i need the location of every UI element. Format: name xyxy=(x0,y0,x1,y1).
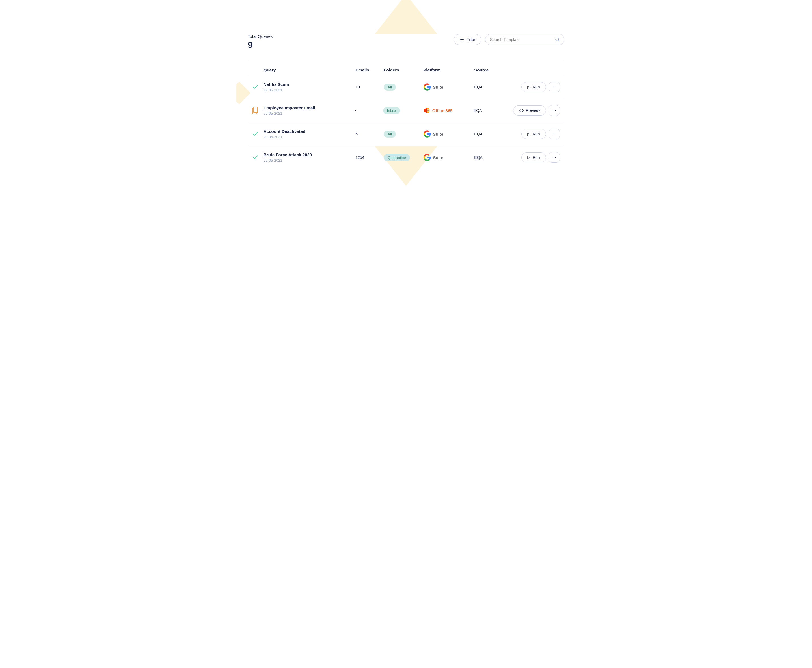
query-name: Netflix Scam xyxy=(263,82,355,87)
page-wrapper: Total Queries 9 Filter xyxy=(236,0,576,186)
folder-badge: Quarantine xyxy=(383,154,410,161)
emails-count: 19 xyxy=(355,85,383,89)
more-button[interactable]: ··· xyxy=(549,105,560,116)
more-icon: ··· xyxy=(552,85,556,90)
query-name: Brute Force Attack 2020 xyxy=(263,152,355,157)
col-header-query: Query xyxy=(263,68,355,72)
total-queries-label: Total Queries xyxy=(248,34,273,39)
copy-icon xyxy=(252,107,258,114)
emails-count: 5 xyxy=(355,132,383,136)
search-input[interactable] xyxy=(490,37,552,42)
run-button[interactable]: ▷ Run xyxy=(521,152,546,162)
table-row: Brute Force Attack 2020 22-05-2021 1254 … xyxy=(248,146,564,169)
check-icon xyxy=(252,154,258,160)
run-icon: ▷ xyxy=(527,85,531,89)
row-status-icon xyxy=(252,131,263,137)
emails-count: 1254 xyxy=(355,155,383,160)
run-label: Run xyxy=(532,132,540,136)
total-queries-value: 9 xyxy=(248,40,273,50)
gsuite-label: Suite xyxy=(433,132,443,137)
platform-cell: Suite xyxy=(423,83,474,91)
svg-text:365: 365 xyxy=(427,110,429,111)
col-header-platform: Platform xyxy=(423,68,474,72)
col-header-actions xyxy=(514,68,560,72)
svg-point-6 xyxy=(521,110,522,111)
table-header: Query Emails Folders Platform Source xyxy=(248,65,564,75)
gsuite-icon xyxy=(423,154,431,161)
col-header-status xyxy=(252,68,263,72)
folder-cell: Inbox xyxy=(383,107,423,114)
gsuite-label: Suite xyxy=(433,85,443,90)
folder-cell: Quarantine xyxy=(383,154,423,161)
search-icon xyxy=(555,37,559,42)
platform-cell: Suite xyxy=(423,154,474,161)
query-info: Brute Force Attack 2020 22-05-2021 xyxy=(263,152,355,162)
gsuite-logo: Suite xyxy=(423,130,443,138)
run-button[interactable]: ▷ Run xyxy=(521,129,546,139)
folder-badge: Inbox xyxy=(383,107,400,114)
more-icon: ··· xyxy=(552,155,556,160)
run-button[interactable]: ▷ Run xyxy=(521,82,546,92)
more-button[interactable]: ··· xyxy=(549,152,560,163)
diamond-top-decoration xyxy=(375,0,437,34)
gsuite-icon xyxy=(423,83,431,91)
gsuite-logo: Suite xyxy=(423,83,443,91)
office365-icon: 365 xyxy=(423,107,430,114)
run-icon: ▷ xyxy=(527,132,531,136)
query-date: 20-05-2021 xyxy=(263,135,355,139)
actions-cell: Preview ··· xyxy=(513,105,560,116)
more-icon: ··· xyxy=(552,131,556,137)
table-row: Netflix Scam 22-05-2021 19 All xyxy=(248,75,564,99)
query-info: Netflix Scam 22-05-2021 xyxy=(263,82,355,92)
actions-cell: ▷ Run ··· xyxy=(514,129,560,139)
header-row: Total Queries 9 Filter xyxy=(248,34,564,50)
emails-count: - xyxy=(355,108,383,113)
source-cell: EQA xyxy=(474,108,513,113)
query-date: 22-05-2021 xyxy=(263,111,355,115)
query-name: Account Deactivated xyxy=(263,129,355,134)
main-content: Total Queries 9 Filter xyxy=(248,34,564,169)
preview-label: Preview xyxy=(526,108,540,113)
source-cell: EQA xyxy=(474,85,514,89)
col-header-folders: Folders xyxy=(383,68,423,72)
total-queries-section: Total Queries 9 xyxy=(248,34,273,50)
run-icon: ▷ xyxy=(527,155,531,160)
col-header-source: Source xyxy=(474,68,514,72)
svg-line-1 xyxy=(558,40,559,41)
office365-logo: 365 Office 365 xyxy=(423,107,453,114)
actions-cell: ▷ Run ··· xyxy=(514,82,560,92)
platform-cell: Suite xyxy=(423,130,474,138)
run-label: Run xyxy=(532,155,540,160)
filter-icon xyxy=(460,38,464,41)
query-name: Employee Imposter Email xyxy=(263,105,355,110)
folder-badge: All xyxy=(383,130,395,138)
query-date: 22-05-2021 xyxy=(263,158,355,162)
folder-cell: All xyxy=(383,84,423,91)
source-cell: EQA xyxy=(474,132,514,136)
row-status-icon xyxy=(252,107,263,114)
row-status-icon xyxy=(252,84,263,90)
run-label: Run xyxy=(532,85,540,89)
more-button[interactable]: ··· xyxy=(549,82,560,92)
query-info: Account Deactivated 20-05-2021 xyxy=(263,129,355,139)
table-row: Employee Imposter Email 22-05-2021 - Inb… xyxy=(248,99,564,122)
search-box xyxy=(485,34,564,45)
filter-button-label: Filter xyxy=(467,37,475,42)
folder-cell: All xyxy=(383,130,423,138)
preview-button[interactable]: Preview xyxy=(513,105,546,115)
table-row: Account Deactivated 20-05-2021 5 All xyxy=(248,122,564,145)
check-icon xyxy=(252,84,258,90)
svg-rect-3 xyxy=(254,107,258,113)
preview-icon xyxy=(519,108,524,113)
header-controls: Filter xyxy=(454,34,564,45)
query-info: Employee Imposter Email 22-05-2021 xyxy=(263,105,355,115)
more-icon: ··· xyxy=(552,108,556,113)
gsuite-icon xyxy=(423,130,431,138)
more-button[interactable]: ··· xyxy=(549,129,560,139)
folder-badge: All xyxy=(383,84,395,91)
table-container: Query Emails Folders Platform Source Net… xyxy=(248,65,564,169)
row-status-icon xyxy=(252,154,263,160)
filter-button[interactable]: Filter xyxy=(454,34,481,45)
gsuite-label: Suite xyxy=(433,155,443,160)
query-date: 22-05-2021 xyxy=(263,88,355,92)
